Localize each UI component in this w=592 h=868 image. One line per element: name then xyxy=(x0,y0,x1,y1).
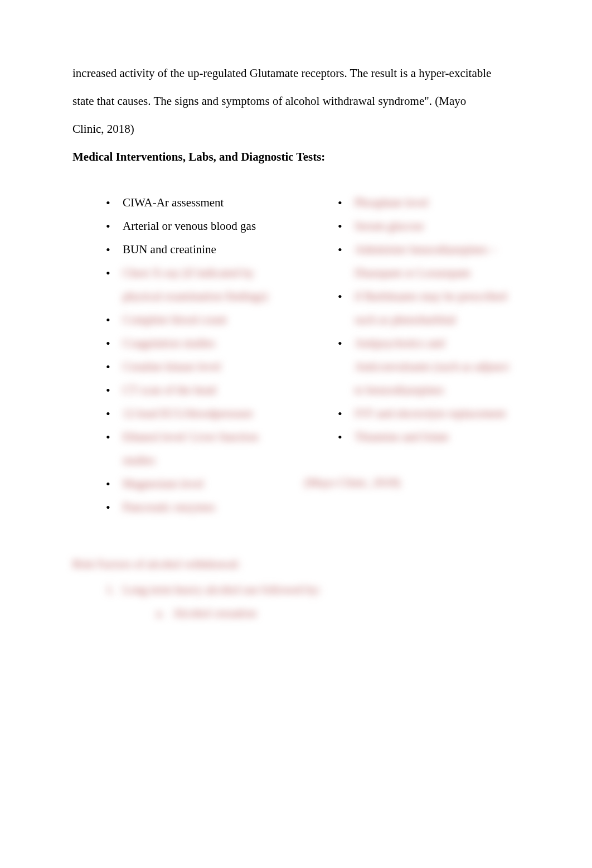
risk-heading: Risk Factors of alcohol withdrawal: xyxy=(72,552,520,576)
list-item-text: Ethanol level/ Liver function xyxy=(123,430,258,443)
list-item: Antipsychotics and Anticonvulsants (such… xyxy=(338,331,520,402)
list-item-text: Serum glucose xyxy=(355,219,424,233)
sub-item: a. Alcohol cessation xyxy=(156,601,520,625)
list-item-text: BUN and creatinine xyxy=(123,243,216,256)
list-item-continuation: physical examination findings) xyxy=(123,284,288,308)
citation: (Mayo Clinic, 2018) xyxy=(304,471,520,494)
list-item-text: Antipsychotics and xyxy=(355,336,445,350)
list-item-text: Administer benzodiazepines – xyxy=(355,243,496,256)
two-column-list: CIWA-Ar assessment Arterial or venous bl… xyxy=(72,191,520,519)
intro-line-2: state that causes. The signs and symptom… xyxy=(72,89,520,113)
list-item: Magnesium level xyxy=(106,472,288,495)
list-item: Serum glucose xyxy=(338,214,520,238)
list-item: Phosphate level xyxy=(338,191,520,214)
list-item-continuation: Diazepam or Lorazepam xyxy=(355,261,520,284)
list-item-text: if Barbituates may be prescribed xyxy=(355,290,507,303)
list-item: if Barbituates may be prescribed such as… xyxy=(338,284,520,331)
sub-marker: a. xyxy=(156,601,164,625)
list-item-text: 12-lead ECG/bloodpressure xyxy=(123,407,253,420)
risk-factors-section: Risk Factors of alcohol withdrawal: 1. L… xyxy=(72,552,520,625)
section-heading: Medical Interventions, Labs, and Diagnos… xyxy=(72,145,520,168)
list-item-text: IVF and electrolyte replacement xyxy=(355,407,506,420)
list-item: Coagulation studies xyxy=(106,331,288,355)
numbered-item: 1. Long term heavy alcohol use followed … xyxy=(106,578,520,625)
list-item: Complete blood count xyxy=(106,308,288,331)
list-item-continuation: Anticonvulsants (such as adjunct xyxy=(355,355,520,378)
list-item: Chest X-ray (if indicated by physical ex… xyxy=(106,261,288,308)
list-item: Pancreatic enzymes xyxy=(106,495,288,519)
intro-line-3: Clinic, 2018) xyxy=(72,117,520,141)
list-item: Arterial or venous blood gas xyxy=(106,214,288,238)
list-item-continuation: such as phenobarbital xyxy=(355,308,520,331)
intro-line-1: increased activity of the up-regulated G… xyxy=(72,61,520,85)
list-item-text: Chest X-ray (if indicated by xyxy=(123,266,254,279)
number-marker: 1. xyxy=(106,578,115,601)
list-item-text: CT scan of the head xyxy=(123,383,216,397)
numbered-item-text: Long term heavy alcohol use followed by: xyxy=(123,583,321,596)
list-item-text: Coagulation studies xyxy=(123,336,215,350)
right-column: Phosphate level Serum glucose Administer… xyxy=(304,191,520,519)
list-item-text: Phosphate level xyxy=(355,196,428,209)
list-item: CT scan of the head xyxy=(106,378,288,402)
list-item: CIWA-Ar assessment xyxy=(106,191,288,214)
list-item-continuation: to benzodiazepines xyxy=(355,378,520,402)
list-item-text: CIWA-Ar assessment xyxy=(123,196,224,209)
list-item: Creatine kinase level xyxy=(106,355,288,378)
list-item: Thiamine and folate xyxy=(338,425,520,449)
list-item-text: Pancreatic enzymes xyxy=(123,500,215,514)
list-item-text: Thiamine and folate xyxy=(355,430,449,443)
list-item-text: Magnesium level xyxy=(123,477,203,490)
list-item-continuation: studies xyxy=(123,449,288,472)
left-column: CIWA-Ar assessment Arterial or venous bl… xyxy=(72,191,288,519)
list-item-text: Creatine kinase level xyxy=(123,360,221,373)
sub-item-text: Alcohol cessation xyxy=(173,606,256,620)
list-item-text: Arterial or venous blood gas xyxy=(123,219,256,233)
list-item: Administer benzodiazepines – Diazepam or… xyxy=(338,238,520,284)
list-item: IVF and electrolyte replacement xyxy=(338,402,520,425)
list-item: 12-lead ECG/bloodpressure xyxy=(106,402,288,425)
list-item-text: Complete blood count xyxy=(123,313,227,326)
list-item: Ethanol level/ Liver function studies xyxy=(106,425,288,472)
list-item: BUN and creatinine xyxy=(106,238,288,261)
